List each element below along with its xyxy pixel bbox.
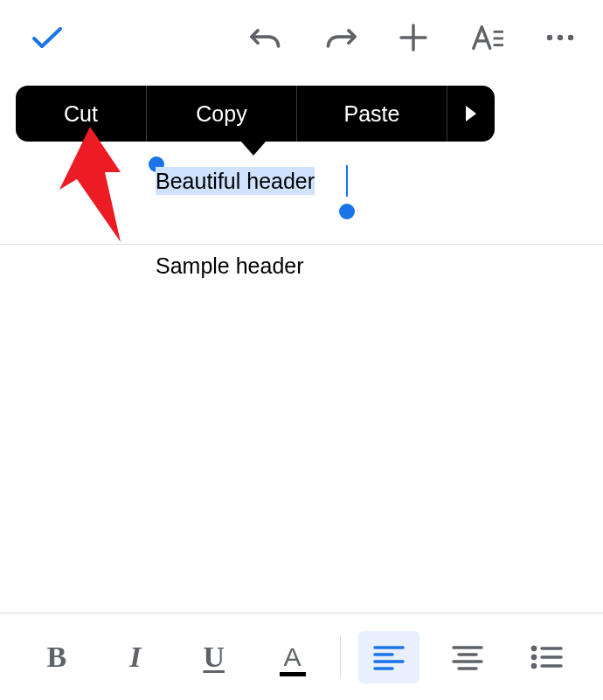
italic-button[interactable]: I: [105, 631, 166, 683]
svg-point-14: [531, 646, 537, 651]
svg-point-5: [568, 34, 573, 39]
page-header-area: Beautiful header: [0, 151, 603, 245]
context-menu-tail: [241, 142, 266, 156]
align-center-button[interactable]: [437, 631, 498, 683]
redo-icon[interactable]: [323, 21, 357, 54]
svg-point-3: [547, 34, 552, 39]
done-checkmark-icon[interactable]: [31, 21, 64, 54]
bold-button[interactable]: B: [26, 631, 87, 683]
paste-button[interactable]: Paste: [297, 86, 447, 142]
document-canvas[interactable]: Beautiful header Sample header: [0, 74, 603, 613]
context-menu-more-icon[interactable]: [447, 86, 495, 142]
bulleted-list-button[interactable]: [516, 631, 577, 683]
top-toolbar: [0, 0, 603, 74]
svg-point-16: [531, 663, 537, 669]
undo-icon[interactable]: [250, 21, 283, 54]
text-color-button[interactable]: A: [262, 631, 323, 683]
top-right-actions: [250, 21, 577, 54]
more-menu-icon[interactable]: [544, 21, 577, 54]
copy-button[interactable]: Copy: [147, 86, 297, 142]
add-icon[interactable]: [397, 21, 430, 54]
svg-point-4: [558, 34, 563, 39]
text-format-icon[interactable]: [470, 21, 503, 54]
cut-button[interactable]: Cut: [16, 86, 147, 142]
format-toolbar: B I U A: [0, 613, 603, 700]
text-context-menu: Cut Copy Paste: [16, 86, 495, 142]
svg-point-15: [531, 655, 537, 660]
document-body-text[interactable]: Sample header: [156, 253, 304, 279]
align-left-button[interactable]: [358, 631, 419, 683]
toolbar-divider: [340, 636, 341, 678]
underline-button[interactable]: U: [184, 631, 245, 683]
selected-header-text[interactable]: Beautiful header: [156, 167, 315, 195]
